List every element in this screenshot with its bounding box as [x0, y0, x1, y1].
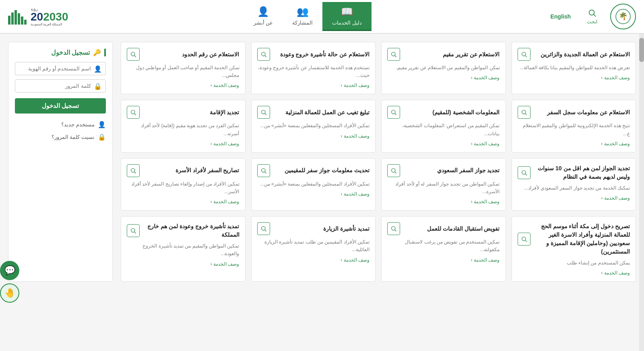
card-description: تمكين الفرد من تجديد هوية مقيم (إقامة) ل…: [127, 122, 239, 137]
service-card[interactable]: الاستعلام عن رقم الحدود تمكن الخدمة المق…: [121, 42, 246, 94]
header-left-section: رؤية 202030 المملكة العربية السعودية: [8, 7, 68, 26]
service-card[interactable]: تمديد تأشيرة خروج وعودة لمن هم خارج المم…: [121, 216, 246, 282]
card-title: الاستعلام عن تقرير مقيم: [443, 50, 500, 59]
service-card[interactable]: تجديد جواز السفر السعودي تمكين المواطن م…: [381, 158, 506, 211]
nav-label-daleel: دليل الخدمات: [332, 20, 362, 26]
service-card[interactable]: تجديد الجواز لمن هم اقل من 10 سنوات وليس…: [512, 158, 636, 211]
card-description: تمكين الأفراد من إصدار وإلغاء تصاريح الس…: [127, 180, 239, 196]
search-icon: [127, 164, 140, 177]
search-icon: [518, 166, 530, 179]
bar-chart-icon: [8, 8, 27, 25]
card-service-link[interactable]: وصف الخدمة ‹: [127, 141, 239, 147]
card-service-link[interactable]: وصف الخدمة ‹: [518, 141, 630, 147]
people-icon: 👥: [297, 6, 309, 17]
card-header: تجديد الإقامة: [127, 106, 239, 119]
card-header: تمديد تأشيرة خروج وعودة لمن هم خارج المم…: [127, 222, 239, 239]
card-service-link[interactable]: وصف الخدمة ‹: [387, 199, 500, 204]
new-user-icon: 👤: [98, 121, 106, 128]
card-service-link[interactable]: وصف الخدمة ‹: [518, 195, 630, 201]
svg-point-28: [522, 237, 525, 241]
svg-line-33: [265, 230, 266, 231]
card-service-link[interactable]: وصف الخدمة ‹: [127, 199, 239, 204]
svg-line-3: [594, 14, 596, 17]
svg-point-34: [131, 229, 135, 232]
service-card[interactable]: تصريح دخول إلى مكة أثناء موسم الحج للعما…: [512, 216, 636, 282]
card-header: تفويض استقبال القادمات للعمل: [387, 222, 500, 235]
login-button[interactable]: تسجيل الدخول: [15, 98, 106, 114]
username-input[interactable]: [15, 62, 106, 75]
search-icon: [387, 222, 400, 235]
service-card[interactable]: تحديث معلومات جواز سفر للمقيمين تمكين ال…: [251, 158, 376, 211]
search-icon: [257, 222, 270, 235]
svg-point-14: [392, 110, 395, 114]
card-header: تحديث معلومات جواز سفر للمقيمين: [257, 164, 370, 177]
svg-line-13: [525, 114, 527, 115]
vision-logo: رؤية 202030 المملكة العربية السعودية: [31, 7, 68, 26]
card-header: الاستعلام عن حالة تأشيرة خروج وعودة: [257, 48, 370, 61]
login-sidebar: 🔑 تسجيل الدخول 👤 🔒 تسجيل الدخول 👤 مستخدم…: [8, 42, 113, 282]
svg-point-18: [131, 110, 135, 114]
new-user-label: مستخدم جديد؟: [61, 122, 95, 128]
card-service-link[interactable]: وصف الخدمة ‹: [387, 75, 500, 81]
password-input[interactable]: [15, 79, 106, 93]
card-service-link[interactable]: وصف الخدمة ‹: [387, 257, 500, 263]
card-service-link[interactable]: وصف الخدمة ‹: [257, 257, 370, 263]
card-description: تعرض هذه الخدمة للمواطن والمقيم بيانا بك…: [518, 64, 630, 72]
card-title: المعلومات الشخصية (للمقيم): [432, 108, 500, 117]
card-header: المعلومات الشخصية (للمقيم): [387, 106, 500, 119]
search-icon: [518, 233, 530, 246]
card-service-link[interactable]: وصف الخدمة ‹: [518, 75, 630, 81]
card-description: تمكين المواطن من تجديد جواز السفر له أو …: [387, 180, 500, 196]
english-language-link[interactable]: English: [547, 10, 574, 23]
service-card[interactable]: تصاريح السفر لأفراد الأسرة تمكين الأفراد…: [121, 158, 246, 211]
card-description: تتيح هذه الخدمة الإلكترونية للمواطن والم…: [518, 122, 630, 137]
main-header: 🌴 ابحث English 📖 دليل الخدمات 👥 المشاركة…: [0, 0, 644, 34]
card-service-link[interactable]: وصف الخدمة ‹: [127, 261, 239, 267]
svg-point-6: [392, 52, 395, 56]
service-card[interactable]: تبليغ تغيب عن العمل للعمالة المنزلية تمك…: [251, 100, 376, 152]
service-card[interactable]: المعلومات الشخصية (للمقيم) تمكن المقيم م…: [381, 100, 506, 152]
help-button[interactable]: 🤚: [0, 283, 19, 290]
card-service-link[interactable]: وصف الخدمة ‹: [257, 83, 370, 88]
svg-line-19: [134, 114, 136, 115]
svg-point-10: [131, 52, 135, 56]
card-service-link[interactable]: وصف الخدمة ‹: [257, 191, 370, 197]
search-icon: [257, 48, 270, 61]
content-area: الاستعلام عن العمالة الجديدة والزائرين ت…: [121, 42, 636, 282]
service-card[interactable]: تجديد الإقامة تمكين الفرد من تجديد هوية …: [121, 100, 246, 152]
scrollbar-thumb[interactable]: [639, 38, 644, 62]
service-card[interactable]: تمديد تأشيرة الزيارة تمكين الأفراد المقي…: [251, 216, 376, 282]
search-icon: [127, 224, 140, 237]
card-description: يمكن المستخدم من إنشاء طلب: [518, 259, 630, 267]
card-service-link[interactable]: وصف الخدمة ‹: [257, 133, 370, 139]
svg-text:🌴: 🌴: [619, 12, 628, 21]
scrollbar-track[interactable]: [639, 34, 644, 290]
main-container: الاستعلام عن العمالة الجديدة والزائرين ت…: [0, 34, 644, 290]
card-service-link[interactable]: وصف الخدمة ‹: [387, 141, 500, 147]
card-title: تبليغ تغيب عن العمل للعمالة المنزلية: [285, 108, 369, 117]
card-description: تمكين المستخدم من تفويض من يرغب لاستقبال…: [387, 238, 500, 254]
svg-point-24: [261, 168, 265, 172]
card-service-link[interactable]: وصف الخدمة ‹: [127, 83, 239, 88]
service-card[interactable]: الاستعلام عن معلومات سجل السفر تتيح هذه …: [512, 100, 636, 152]
service-card[interactable]: تفويض استقبال القادمات للعمل تمكين المست…: [381, 216, 506, 282]
svg-point-12: [522, 110, 525, 114]
card-description: تمكين المواطن والمقيم من تمديد تأشيرة ال…: [127, 242, 239, 258]
chat-button[interactable]: 💬: [0, 261, 19, 280]
service-card[interactable]: الاستعلام عن العمالة الجديدة والزائرين ت…: [512, 42, 636, 94]
card-header: تصريح دخول إلى مكة أثناء موسم الحج للعما…: [518, 222, 630, 256]
svg-line-11: [134, 56, 136, 57]
search-icon: [127, 106, 140, 119]
search-button[interactable]: ابحث: [582, 5, 602, 28]
nav-item-daleel[interactable]: 📖 دليل الخدمات: [322, 2, 372, 31]
nav-item-musharaka[interactable]: 👥 المشاركة: [283, 2, 322, 31]
svg-line-31: [395, 230, 396, 231]
card-description: تمكين الأفراد المسجلين والمفعلين بمنصة «…: [257, 180, 370, 188]
new-user-link[interactable]: 👤 مستخدم جديد؟: [15, 118, 106, 131]
nav-item-abshir[interactable]: 👤 عن أبشر: [244, 2, 283, 31]
forgot-password-link[interactable]: 🔒 نسيت كلمة المرور؟: [15, 131, 106, 143]
service-card[interactable]: الاستعلام عن تقرير مقيم تمكن المواطن وال…: [381, 42, 506, 94]
services-grid: الاستعلام عن العمالة الجديدة والزائرين ت…: [121, 42, 636, 282]
card-service-link[interactable]: وصف الخدمة ‹: [518, 270, 630, 276]
service-card[interactable]: الاستعلام عن حالة تأشيرة خروج وعودة تستخ…: [251, 42, 376, 94]
